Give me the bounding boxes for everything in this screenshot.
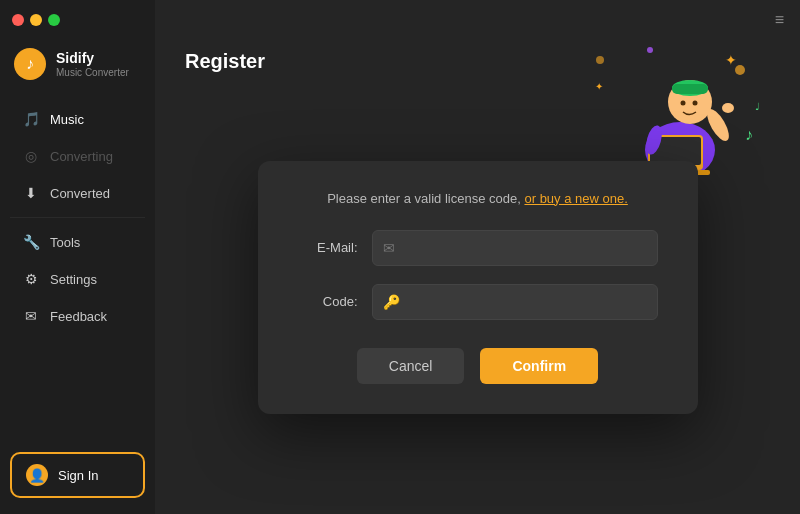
- converted-icon: ⬇: [22, 184, 40, 202]
- code-input-wrapper[interactable]: 🔑: [372, 284, 658, 320]
- modal-info-static: Please enter a valid license code,: [327, 191, 521, 206]
- app-logo-icon: ♪: [26, 55, 34, 73]
- maximize-button[interactable]: [48, 14, 60, 26]
- sign-in-avatar-icon: 👤: [26, 464, 48, 486]
- app-brand: ♪ Sidify Music Converter: [0, 40, 155, 96]
- sidebar-item-settings[interactable]: ⚙ Settings: [6, 261, 149, 297]
- email-field[interactable]: [403, 240, 647, 255]
- sidebar: ♪ Sidify Music Converter 🎵 Music ◎ Conve…: [0, 0, 155, 514]
- code-row: Code: 🔑: [298, 284, 658, 320]
- modal-buttons: Cancel Confirm: [298, 348, 658, 384]
- sidebar-item-music[interactable]: 🎵 Music: [6, 101, 149, 137]
- app-name: Sidify: [56, 50, 129, 67]
- code-field[interactable]: [408, 294, 647, 309]
- register-modal: Please enter a valid license code, or bu…: [258, 161, 698, 414]
- sidebar-item-feedback[interactable]: ✉ Feedback: [6, 298, 149, 334]
- email-icon: ✉: [383, 240, 395, 256]
- email-input-wrapper[interactable]: ✉: [372, 230, 658, 266]
- feedback-icon: ✉: [22, 307, 40, 325]
- key-icon: 🔑: [383, 294, 400, 310]
- email-label: E-Mail:: [298, 240, 358, 255]
- sidebar-item-settings-label: Settings: [50, 272, 97, 287]
- sidebar-item-tools[interactable]: 🔧 Tools: [6, 224, 149, 260]
- settings-icon: ⚙: [22, 270, 40, 288]
- nav-section: 🎵 Music ◎ Converting ⬇ Converted 🔧 Tools…: [0, 96, 155, 442]
- sidebar-item-converting-label: Converting: [50, 149, 113, 164]
- modal-overlay: Please enter a valid license code, or bu…: [155, 0, 800, 514]
- app-subtitle: Music Converter: [56, 67, 129, 78]
- app-icon: ♪: [14, 48, 46, 80]
- confirm-button[interactable]: Confirm: [480, 348, 598, 384]
- traffic-lights: [12, 14, 60, 26]
- sign-in-button[interactable]: 👤 Sign In: [10, 452, 145, 498]
- sidebar-item-music-label: Music: [50, 112, 84, 127]
- sidebar-item-tools-label: Tools: [50, 235, 80, 250]
- titlebar: [0, 0, 155, 40]
- sidebar-item-converted-label: Converted: [50, 186, 110, 201]
- code-label: Code:: [298, 294, 358, 309]
- sidebar-item-converted[interactable]: ⬇ Converted: [6, 175, 149, 211]
- converting-icon: ◎: [22, 147, 40, 165]
- nav-divider: [10, 217, 145, 218]
- sidebar-item-feedback-label: Feedback: [50, 309, 107, 324]
- minimize-button[interactable]: [30, 14, 42, 26]
- close-button[interactable]: [12, 14, 24, 26]
- main-content: ≡ Register ✦ ✦ ♪ ♩: [155, 0, 800, 514]
- sign-in-label: Sign In: [58, 468, 98, 483]
- music-icon: 🎵: [22, 110, 40, 128]
- modal-info-text: Please enter a valid license code, or bu…: [298, 191, 658, 206]
- sidebar-item-converting: ◎ Converting: [6, 138, 149, 174]
- tools-icon: 🔧: [22, 233, 40, 251]
- buy-new-link[interactable]: or buy a new one.: [524, 191, 627, 206]
- email-row: E-Mail: ✉: [298, 230, 658, 266]
- cancel-button[interactable]: Cancel: [357, 348, 465, 384]
